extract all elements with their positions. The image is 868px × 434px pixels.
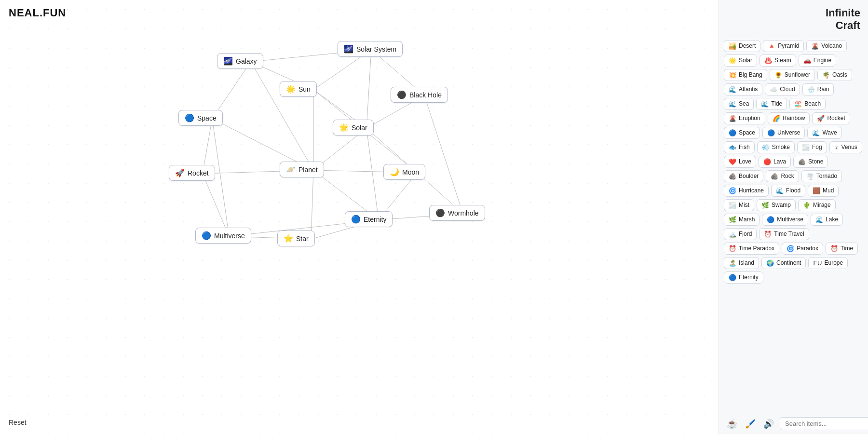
craft-node-wormhole[interactable]: ⚫Wormhole [429,205,485,221]
sidebar-item-boulder[interactable]: 🪨Boulder [724,170,763,182]
sidebar-item-rain[interactable]: 🌧️Rain [802,83,834,95]
brush-icon-button[interactable]: 🖌️ [743,418,758,430]
sidebar-item-venus[interactable]: ♀️Venus [829,141,862,153]
sidebar-item-smoke[interactable]: 💨Smoke [757,141,795,153]
craft-node-sun[interactable]: 🌟Sun [280,81,317,97]
svg-line-11 [424,95,463,214]
sidebar-item-continent[interactable]: 🌍Continent [761,257,806,269]
sidebar-item-rock[interactable]: 🪨Rock [766,170,799,182]
sidebar-item-lava[interactable]: 🔴Lava [759,156,791,168]
sidebar-item-big-bang[interactable]: 💥Big Bang [724,69,767,81]
sidebar-item-mirage[interactable]: 🌵Mirage [798,199,836,211]
item-emoji-32: 🌊 [776,187,784,194]
item-label-1: Pyramid [778,42,799,49]
craft-node-rocket[interactable]: 🚀Rocket [169,165,215,181]
sidebar-item-mist[interactable]: 🌫️Mist [724,199,754,211]
sidebar-item-paradox[interactable]: 🌀Paradox [782,243,823,255]
craft-node-black-hole[interactable]: ⚫Black Hole [391,87,448,103]
item-emoji-6: 💥 [729,71,736,79]
sidebar-item-love[interactable]: ❤️Love [724,156,756,168]
sidebar-item-fjord[interactable]: 🏔️Fjord [724,228,757,240]
sidebar-item-tide[interactable]: 🌊Tide [756,98,787,110]
sidebar-item-time[interactable]: ⏰Time [826,243,858,255]
search-input[interactable] [780,417,868,430]
sidebar-item-stone[interactable]: 🪨Stone [793,156,828,168]
sidebar-item-sea[interactable]: 🌊Sea [724,98,754,110]
sidebar-item-flood[interactable]: 🌊Flood [771,185,805,197]
sidebar-item-volcano[interactable]: 🌋Volcano [806,40,847,52]
sidebar-item-fish[interactable]: 🐟Fish [724,141,755,153]
item-emoji-40: 🏔️ [729,231,736,238]
craft-node-moon[interactable]: 🌙Moon [383,164,425,180]
sidebar-item-marsh[interactable]: 🌿Marsh [724,214,760,226]
sidebar-item-time-travel[interactable]: ⏰Time Travel [759,228,809,240]
item-label-26: Lava [773,158,786,165]
item-label-0: Desert [739,42,756,49]
sidebar-item-desert[interactable]: 🏜️Desert [724,40,760,52]
item-emoji-11: 🌧️ [807,86,815,93]
sound-icon-button[interactable]: 🔊 [761,418,776,430]
rocket-label: Rocket [188,169,209,177]
sidebar-item-pyramid[interactable]: 🔺Pyramid [763,40,804,52]
item-label-33: Mud [823,187,834,194]
item-label-35: Swamp [772,202,791,208]
eternity-icon: 🔵 [351,215,361,224]
sidebar-item-atlantis[interactable]: 🌊Atlantis [724,83,762,95]
sidebar-item-eruption[interactable]: 🌋Eruption [724,112,765,124]
craft-node-eternity[interactable]: 🔵Eternity [345,211,393,227]
item-label-45: Island [739,259,754,266]
item-label-39: Lake [826,216,838,223]
sidebar-item-rocket[interactable]: 🚀Rocket [812,112,850,124]
craft-node-multiverse[interactable]: 🔵Multiverse [195,228,251,244]
svg-line-6 [366,50,371,128]
item-label-34: Mist [739,202,749,208]
star-label: Star [296,235,309,243]
craft-node-galaxy[interactable]: 🌌Galaxy [217,53,263,69]
solar-label: Solar [352,124,367,132]
sidebar-item-lake[interactable]: 🌊Lake [811,214,843,226]
sidebar-item-sunflower[interactable]: 🌻Sunflower [770,69,815,81]
sidebar-item-wave[interactable]: 🌊Wave [807,127,841,139]
sidebar-item-beach[interactable]: 🏖️Beach [789,98,826,110]
craft-node-space[interactable]: 🔵Space [178,110,223,126]
sidebar-item-multiverse[interactable]: 🔵Multiverse [762,214,808,226]
canvas-area[interactable]: NEAL.FUN Reset 🌌Galaxy🌌Solar System🌟Sun⚫… [0,0,719,434]
craft-node-planet[interactable]: 🪐Planet [280,162,324,177]
item-label-37: Marsh [739,216,755,223]
sidebar-item-fog[interactable]: 🌫️Fog [797,141,827,153]
items-grid: 🏜️Desert🔺Pyramid🌋Volcano🌟Solar♨️Steam🚗En… [719,37,868,413]
sidebar-item-swamp[interactable]: 🌿Swamp [757,199,796,211]
sidebar-item-europe[interactable]: EUEurope [808,257,848,269]
item-label-4: Steam [774,57,791,64]
sidebar-item-hurricane[interactable]: 🌀Hurricane [724,185,769,197]
item-emoji-5: 🚗 [803,57,811,64]
sidebar-item-oasis[interactable]: 🌴Oasis [817,69,852,81]
solar-icon: 🌟 [339,123,349,132]
craft-node-solar-system[interactable]: 🌌Solar System [338,41,403,57]
craft-node-solar[interactable]: 🌟Solar [333,120,374,136]
sidebar-item-island[interactable]: 🏝️Island [724,257,759,269]
item-label-15: Eruption [739,115,760,122]
multiverse-icon: 🔵 [202,231,211,240]
sidebar-item-solar[interactable]: 🌟Solar [724,54,757,67]
sidebar-item-rainbow[interactable]: 🌈Rainbow [768,112,810,124]
reset-button[interactable]: Reset [9,419,27,426]
item-label-41: Time Travel [774,231,804,237]
sidebar-item-time-paradox[interactable]: ⏰Time Paradox [724,243,779,255]
sidebar-item-mud[interactable]: 🟫Mud [808,185,839,197]
coffee-icon-button[interactable]: ☕ [725,418,739,430]
item-label-9: Atlantis [739,86,758,93]
item-emoji-36: 🌵 [803,202,811,209]
craft-node-star[interactable]: ⭐Star [277,231,315,246]
sidebar-item-cloud[interactable]: ☁️Cloud [765,83,800,95]
item-emoji-13: 🌊 [761,100,769,108]
item-emoji-16: 🌈 [773,115,780,122]
sidebar-item-engine[interactable]: 🚗Engine [799,54,836,67]
moon-icon: 🌙 [390,167,399,176]
sidebar-item-space[interactable]: 🔵Space [724,127,760,139]
sidebar-item-steam[interactable]: ♨️Steam [760,54,796,67]
sidebar-item-universe[interactable]: 🔵Universe [762,127,805,139]
space-label: Space [197,114,217,122]
sidebar-item-tornado[interactable]: 🌪️Tornado [801,170,842,182]
sidebar-item-eternity[interactable]: 🔵Eternity [724,271,763,284]
